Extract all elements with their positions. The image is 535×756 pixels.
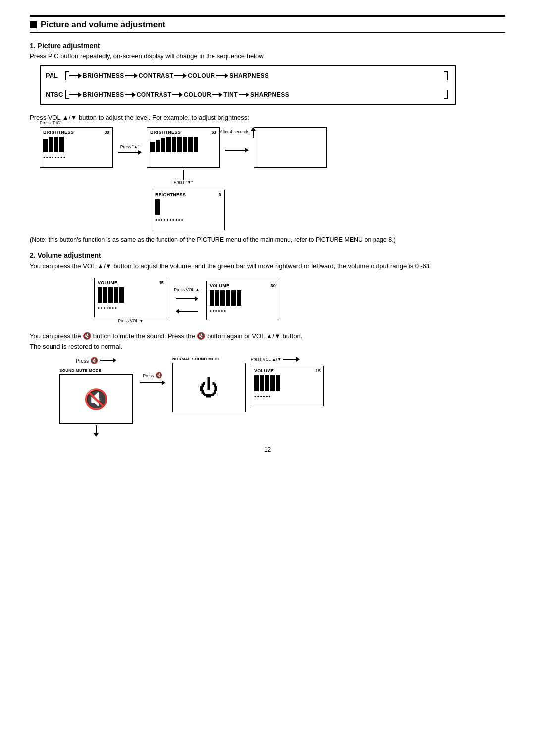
vol15-header: VOLUME 15 [254,368,321,373]
normal-box: ⏻ [172,363,246,412]
osd-box-0: BRIGHTNESS 0 •••••••••• [152,190,225,230]
mute-arrows: Press 🔇 [133,357,172,385]
press-vol-up-label: Press VOL ▲ [174,287,200,292]
pal-bracket-right-icon [444,71,448,80]
mute-mode-section: SOUND MUTE MODE 🔇 [59,368,133,424]
ntsc-bracket-left-icon [65,90,69,99]
bar-f [177,137,182,152]
section-title: Picture and volume adjustment [30,20,505,30]
press-vol-updown-label: Press VOL ▲/▼ [251,357,281,362]
vol-box1-bars [98,287,164,303]
main-title: Picture and volume adjustment [41,20,165,30]
osd-brightness-0-wrap: BRIGHTNESS 0 •••••••••• [152,190,505,230]
vol15-name: VOLUME [254,368,274,373]
osd-box1-bars [43,137,109,152]
vol-up-arrow-wrap: Press VOL ▼ [118,318,144,323]
arrow-2: After 4 seconds [220,127,254,168]
osd-box-1: BRIGHTNESS 30 •••••••• [40,127,113,168]
vol-box-wrap-1: VOLUME 15 ••••••• Press VOL ▼ [94,278,167,323]
bar-i [194,137,198,152]
arr-icon9 [239,92,249,97]
bar3 [54,137,58,152]
top-border: Picture and volume adjustment [30,15,505,33]
press-down-wrap: Press "▼" [147,170,220,185]
h-arrow-2 [225,148,249,152]
vol-box2-bars [210,290,276,306]
mute-diagram: Press 🔇 SOUND MUTE MODE 🔇 Press � [59,357,505,437]
bar-b [156,140,160,152]
osd-diagram: Press "PIC" BRIGHTNESS 30 •••••••• P [40,127,505,185]
pal-label: PAL [46,72,65,79]
h-arrow-vol2 [283,357,300,362]
osd-box2-bars [150,137,216,152]
bar2 [49,137,53,152]
bar1 [43,139,48,152]
press-pic-label: Press "PIC" [40,120,61,125]
mute-box: 🔇 [59,374,133,424]
vol-box2-dots: •••••• [210,308,276,314]
bar4 [59,137,64,152]
vol-box-2: VOLUME 30 •••••• [206,281,279,320]
vol-arrow-right [176,296,198,301]
ntsc-label: NTSC [46,91,65,98]
vol-up-row: Press VOL ▲ [174,287,200,292]
osd-box0-header: BRIGHTNESS 0 [155,192,221,197]
vol15-dots: •••••• [254,393,321,399]
section2-desc1: You can press the VOL ▲/▼ button to adju… [30,261,505,271]
arr-icon8 [212,92,222,97]
bar-d [166,137,171,152]
osd-box0-dots: •••••••••• [155,217,221,223]
press-mute-right-label: Press 🔇 [143,372,162,379]
osd-box2-header: BRIGHTNESS 63 [150,130,216,135]
ntsc-sharpness: SHARPNESS [250,91,289,98]
osd-box-wrap-1: Press "PIC" BRIGHTNESS 30 •••••••• [40,127,113,168]
normal-mode-label: NORMAL SOUND MODE [172,357,246,361]
press-vol-down-label: Press VOL ▼ [118,318,144,323]
ntsc-tint: TINT [223,91,238,98]
osd-box1-header: BRIGHTNESS 30 [43,130,109,135]
bar-0 [155,199,160,215]
volume-diagram: VOLUME 15 ••••••• Press VOL ▼ [94,278,505,323]
vol-box2-value: 30 [270,283,276,288]
after-4-label: After 4 seconds [220,129,249,134]
h-arrow-mute [100,358,116,363]
bar-h [188,137,193,152]
ntsc-contrast: CONTRAST [137,91,172,98]
press-mute-left-label: Press 🔇 [76,357,98,364]
vol-box2-header: VOLUME 30 [210,283,276,288]
pal-colour: COLOUR [188,72,215,79]
sequence-diagram: PAL BRIGHTNESS CONTRAST COLOUR SHA [40,65,456,105]
press-down-label: Press "▼" [174,180,193,185]
section1: 1. Picture adjustment Press PIC button r… [30,42,505,245]
ntsc-row: NTSC BRIGHTNESS CONTRAST COLOUR TINT [46,90,447,99]
vol-box2-name: VOLUME [210,283,229,288]
subsection2-title: 2. Volume adjustment [30,252,505,259]
osd-box-wrap-2: BRIGHTNESS 63 Press "▼" [147,127,220,185]
down-arrow-mute [94,425,99,437]
arr-icon7 [172,92,183,97]
v-down-line [183,170,184,180]
ntsc-bracket-right-icon [444,90,448,99]
pal-brightness: BRIGHTNESS [83,72,124,79]
vol-box-wrap-2: VOLUME 30 •••••• [206,281,279,320]
mute-left-wrap: Press 🔇 SOUND MUTE MODE 🔇 [59,357,133,437]
arr-icon5 [69,92,82,97]
vol-box1-dots: ••••••• [98,305,164,311]
mute-mode-label: SOUND MUTE MODE [59,368,133,373]
h-arrow-mute2 [140,380,165,385]
page-number: 12 [30,446,505,453]
section1-desc1: Press PIC button repeatedly, on-screen d… [30,51,505,61]
osd-box1-name: BRIGHTNESS [43,130,74,135]
arr-icon2 [125,73,138,78]
ntsc-colour: COLOUR [184,91,211,98]
osd-box-2: BRIGHTNESS 63 [147,127,220,168]
osd-box1-dots: •••••••• [43,154,109,160]
vol-arrow-left [176,309,198,314]
vol-down-section: Press VOL ▲/▼ VOLUME 15 [251,357,324,406]
osd-box-3 [254,127,327,168]
ntsc-brightness: BRIGHTNESS [83,91,124,98]
pal-row: PAL BRIGHTNESS CONTRAST COLOUR SHA [46,71,447,80]
arrow-1: Press "▲" [113,127,147,168]
arr-icon1 [69,73,82,78]
vol15-bars [254,375,321,391]
